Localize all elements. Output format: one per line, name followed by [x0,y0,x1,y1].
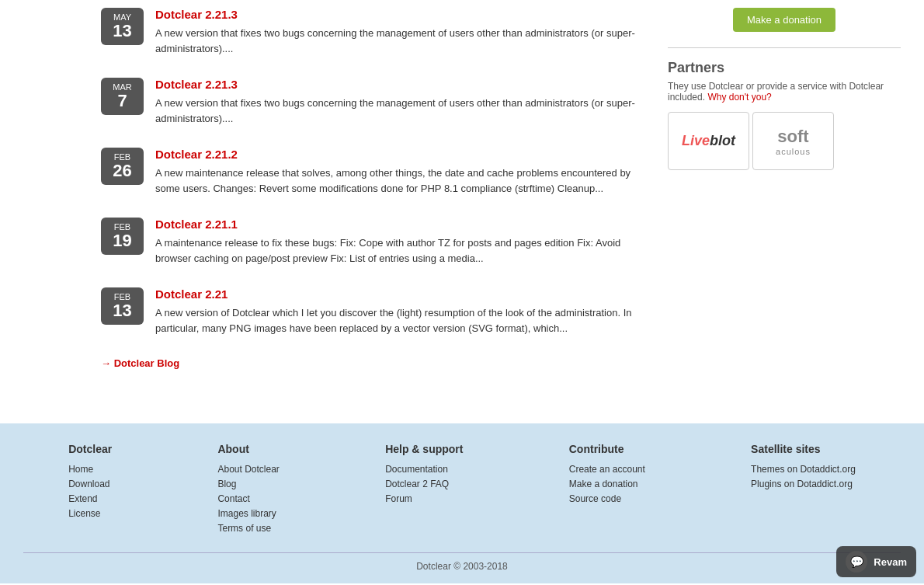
post-title: Dotclear 2.21.1 [155,218,644,231]
footer-link[interactable]: Home [68,464,93,475]
footer-link[interactable]: Dotclear 2 FAQ [385,479,449,489]
footer-col-title: Help & support [385,443,463,455]
post-content: Dotclear 2.21.2 A new maintenance releas… [155,148,644,196]
blog-link-anchor[interactable]: Dotclear Blog [114,357,180,369]
softaculous-logo: soft aculous [752,112,834,170]
post-item: Feb 26 Dotclear 2.21.2 A new maintenance… [101,148,644,196]
footer-link-item: Source code [569,493,645,504]
footer-link-item: Extend [68,493,112,504]
post-item: May 13 Dotclear 2.21.3 A new version tha… [101,8,644,56]
footer-link-item: Themes on Dotaddict.org [751,463,856,475]
date-badge: Feb 19 [101,218,144,255]
footer-link[interactable]: Make a donation [569,479,638,489]
footer-link[interactable]: Themes on Dotaddict.org [751,464,856,475]
footer-link-item: Download [68,478,112,489]
post-title-link[interactable]: Dotclear 2.21.2 [155,148,238,161]
footer-col-title: Satellite sites [751,443,856,455]
footer-link-item: About Dotclear [217,463,279,475]
posts-section: May 13 Dotclear 2.21.3 A new version tha… [101,8,644,385]
footer-col-title: Dotclear [68,443,112,455]
post-excerpt: A new version that fixes two bugs concer… [155,96,644,126]
footer-col: Help & support DocumentationDotclear 2 F… [385,443,463,537]
post-title-link[interactable]: Dotclear 2.21.3 [155,8,238,21]
footer-link-item: Documentation [385,463,463,475]
partners-title: Partners [668,60,901,76]
footer-link-item: Blog [217,478,279,489]
post-title-link[interactable]: Dotclear 2.21 [155,287,228,301]
footer-link-item: Home [68,463,112,475]
date-badge: Mar 7 [101,78,144,115]
footer-link-item: Images library [217,507,279,519]
footer-link[interactable]: Forum [385,493,412,504]
footer-col: Dotclear HomeDownloadExtendLicense [68,443,112,537]
post-excerpt: A maintenance release to fix these bugs:… [155,235,644,266]
post-day: 19 [109,232,136,250]
post-content: Dotclear 2.21.1 A maintenance release to… [155,218,644,266]
footer-col-title: Contribute [569,443,645,455]
partners-text: They use Dotclear or provide a service w… [668,81,901,103]
post-excerpt: A new maintenance release that solves, a… [155,165,644,196]
footer-copyright: Dotclear © 2003-2018 [23,552,901,572]
footer-col: About About DotclearBlogContactImages li… [217,443,279,537]
footer-link[interactable]: Plugins on Dotaddict.org [751,479,853,489]
footer-link-item: Create an account [569,463,645,475]
post-excerpt: A new version that fixes two bugs concer… [155,26,644,56]
footer-col: Contribute Create an accountMake a donat… [569,443,645,537]
post-title: Dotclear 2.21.2 [155,148,644,161]
footer-link[interactable]: Contact [217,493,249,504]
footer-link[interactable]: Documentation [385,464,448,475]
post-title-link[interactable]: Dotclear 2.21.1 [155,218,238,231]
donate-button[interactable]: Make a donation [733,8,835,32]
footer-link-item: Plugins on Dotaddict.org [751,478,856,489]
footer-link[interactable]: Source code [569,493,621,504]
sidebar: Make a donation Partners They use Dotcle… [668,8,901,385]
footer-link-item: Contact [217,493,279,504]
post-content: Dotclear 2.21.3 A new version that fixes… [155,78,644,126]
footer-link-list: Create an accountMake a donationSource c… [569,463,645,504]
partners-logos: Liveblot soft aculous [668,112,901,170]
separator [668,47,901,48]
footer-link-list: DocumentationDotclear 2 FAQForum [385,463,463,504]
footer-link[interactable]: Blog [217,479,236,489]
post-item: Mar 7 Dotclear 2.21.3 A new version that… [101,78,644,126]
date-badge: Feb 13 [101,287,144,325]
footer-link[interactable]: About Dotclear [217,464,279,475]
footer-link[interactable]: License [68,508,100,519]
footer-link[interactable]: Terms of use [217,523,271,534]
footer-inner: Dotclear HomeDownloadExtendLicense About… [23,443,901,572]
revam-widget: 💬 Revam [836,546,916,577]
date-badge: Feb 26 [101,148,144,185]
post-content: Dotclear 2.21.3 A new version that fixes… [155,8,644,56]
post-item: Feb 13 Dotclear 2.21 A new version of Do… [101,287,644,336]
blog-link: Dotclear Blog [101,357,644,369]
liveblot-logo: Liveblot [668,112,749,170]
footer-link-item: Terms of use [217,522,279,534]
main-content: May 13 Dotclear 2.21.3 A new version tha… [0,0,924,408]
footer-link-list: Themes on Dotaddict.orgPlugins on Dotadd… [751,463,856,489]
footer-link-list: HomeDownloadExtendLicense [68,463,112,519]
post-title: Dotclear 2.21 [155,287,644,301]
footer-link-item: Dotclear 2 FAQ [385,478,463,489]
post-title: Dotclear 2.21.3 [155,78,644,91]
footer-link[interactable]: Extend [68,493,97,504]
footer-columns: Dotclear HomeDownloadExtendLicense About… [23,443,901,537]
footer-link-item: Forum [385,493,463,504]
footer-link[interactable]: Images library [217,508,276,519]
footer-col-title: About [217,443,279,455]
revam-label: Revam [874,556,907,568]
footer-link-item: Make a donation [569,478,645,489]
date-badge: May 13 [101,8,144,45]
post-day: 26 [109,162,136,180]
post-excerpt: A new version of Dotclear which I let yo… [155,305,644,336]
post-day: 13 [109,22,136,40]
footer-link[interactable]: Create an account [569,464,645,475]
revam-icon: 💬 [846,551,867,573]
post-title-link[interactable]: Dotclear 2.21.3 [155,78,238,91]
footer-link-list: About DotclearBlogContactImages libraryT… [217,463,279,534]
post-day: 13 [109,301,136,320]
post-item: Feb 19 Dotclear 2.21.1 A maintenance rel… [101,218,644,266]
post-title: Dotclear 2.21.3 [155,8,644,21]
post-day: 7 [109,92,136,110]
footer-link[interactable]: Download [68,479,109,489]
why-dont-you-link[interactable]: Why don't you? [707,92,771,103]
